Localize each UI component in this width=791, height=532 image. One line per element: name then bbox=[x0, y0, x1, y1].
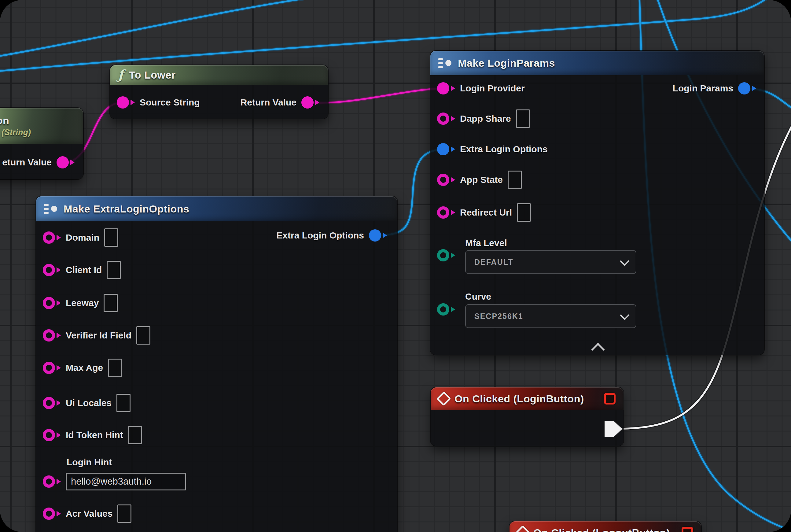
node-title: Make LoginParams bbox=[458, 57, 555, 69]
verifier-id-field-field[interactable] bbox=[136, 326, 150, 345]
extra-login-options-in-pin[interactable] bbox=[437, 143, 455, 155]
login-hint-input[interactable]: hello@web3auth.io bbox=[66, 473, 186, 490]
source-string-label: Source String bbox=[140, 97, 200, 108]
redirect-url-field[interactable] bbox=[517, 203, 531, 222]
extra-login-options-out-label: Extra Login Options bbox=[276, 230, 364, 241]
node-title: To Lower bbox=[129, 69, 176, 81]
id-token-hint-label: Id Token Hint bbox=[66, 430, 123, 440]
login-params-out-label: Login Params bbox=[673, 83, 733, 94]
id-token-hint-field[interactable] bbox=[128, 426, 142, 444]
app-state-field[interactable] bbox=[508, 171, 522, 189]
ui-locales-label: Ui Locales bbox=[66, 398, 112, 408]
exec-output-pin[interactable] bbox=[604, 421, 622, 437]
curve-value: SECP256K1 bbox=[474, 312, 523, 321]
curve-dropdown[interactable]: SECP256K1 bbox=[465, 304, 636, 328]
make-struct-icon bbox=[438, 57, 452, 69]
redirect-url-label: Redirect Url bbox=[460, 207, 512, 218]
return-value-label: eturn Value bbox=[2, 157, 52, 168]
app-state-label: App State bbox=[460, 175, 503, 185]
function-icon: ƒ bbox=[118, 69, 123, 81]
login-hint-pin[interactable] bbox=[43, 475, 61, 488]
mfa-level-value: DEFAULT bbox=[474, 258, 513, 267]
verifier-id-field-pin[interactable] bbox=[43, 329, 61, 342]
return-value-label: Return Value bbox=[240, 97, 296, 108]
node-title: On Clicked (LoginButton) bbox=[455, 393, 584, 405]
node-title: On Clicked (LogoutButton) bbox=[533, 527, 670, 532]
app-state-pin[interactable] bbox=[437, 174, 455, 186]
leeway-label: Leeway bbox=[66, 298, 99, 308]
redirect-url-pin[interactable] bbox=[437, 206, 455, 218]
id-token-hint-pin[interactable] bbox=[43, 429, 61, 441]
acr-values-label: Acr Values bbox=[66, 509, 113, 519]
node-on-clicked-login-button[interactable]: On Clicked (LoginButton) bbox=[431, 387, 623, 446]
leeway-field[interactable] bbox=[103, 294, 118, 312]
wire-pink-tolower-to-loginprovider[interactable] bbox=[310, 88, 446, 103]
max-age-pin[interactable] bbox=[43, 362, 61, 374]
login-params-out-pin[interactable] bbox=[738, 82, 756, 94]
node-title-fragment: tion bbox=[0, 115, 9, 127]
client-id-label: Client Id bbox=[66, 265, 102, 275]
mfa-level-label: Mfa Level bbox=[465, 238, 507, 248]
mfa-level-dropdown[interactable]: DEFAULT bbox=[465, 250, 636, 274]
node-partial-function[interactable]: tion ox (String) eturn Value bbox=[0, 108, 83, 179]
extra-login-options-in-label: Extra Login Options bbox=[460, 144, 548, 154]
login-provider-pin[interactable] bbox=[437, 82, 455, 94]
node-make-login-header[interactable]: Make LoginParams bbox=[430, 51, 764, 75]
acr-values-field[interactable] bbox=[117, 505, 131, 523]
delegate-output-pin[interactable] bbox=[681, 527, 693, 532]
verifier-id-field-label: Verifier Id Field bbox=[66, 330, 131, 341]
node-subtitle-fragment: ox (String) bbox=[0, 128, 31, 137]
node-to-lower-header[interactable]: ƒ To Lower bbox=[110, 65, 328, 85]
return-value-pin[interactable] bbox=[301, 96, 320, 109]
domain-field[interactable] bbox=[104, 228, 118, 247]
extra-login-options-out-pin[interactable] bbox=[369, 229, 387, 242]
ui-locales-pin[interactable] bbox=[43, 397, 61, 409]
acr-values-pin[interactable] bbox=[43, 508, 61, 520]
node-title: Make ExtraLoginOptions bbox=[63, 203, 190, 215]
dapp-share-pin[interactable] bbox=[437, 113, 455, 125]
login-hint-label: Login Hint bbox=[66, 457, 112, 468]
curve-label: Curve bbox=[465, 291, 491, 302]
domain-pin[interactable] bbox=[43, 231, 61, 244]
client-id-pin[interactable] bbox=[43, 264, 61, 276]
return-value-pin[interactable] bbox=[57, 156, 75, 169]
node-on-clicked-logout-button[interactable]: On Clicked (LogoutButton) bbox=[509, 521, 701, 532]
ui-locales-field[interactable] bbox=[116, 394, 131, 412]
event-diamond-icon bbox=[437, 391, 451, 406]
node-make-extra-header[interactable]: Make ExtraLoginOptions bbox=[36, 196, 397, 221]
source-string-pin[interactable] bbox=[117, 96, 135, 109]
domain-label: Domain bbox=[66, 232, 99, 243]
curve-pin[interactable] bbox=[437, 303, 455, 316]
node-make-extra-login-options[interactable]: Make ExtraLoginOptions Extra Login Optio… bbox=[36, 196, 397, 532]
wire-blue-top-steep[interactable] bbox=[0, 0, 322, 57]
max-age-field[interactable] bbox=[108, 359, 122, 377]
chevron-down-icon bbox=[620, 256, 629, 266]
dapp-share-label: Dapp Share bbox=[460, 113, 511, 124]
login-provider-label: Login Provider bbox=[460, 83, 525, 94]
max-age-label: Max Age bbox=[66, 363, 103, 373]
node-partial-function-header[interactable]: tion ox (String) bbox=[0, 108, 83, 144]
mfa-level-pin[interactable] bbox=[437, 249, 455, 261]
delegate-output-pin[interactable] bbox=[604, 393, 616, 404]
event-diamond-icon bbox=[515, 525, 530, 532]
chevron-down-icon bbox=[620, 311, 629, 320]
make-struct-icon bbox=[44, 203, 58, 215]
client-id-field[interactable] bbox=[107, 261, 121, 279]
node-on-clicked-logout-header[interactable]: On Clicked (LogoutButton) bbox=[509, 521, 701, 532]
blueprint-graph-canvas[interactable]: tion ox (String) eturn Value ƒ To Lower … bbox=[0, 0, 791, 532]
node-on-clicked-login-header[interactable]: On Clicked (LoginButton) bbox=[431, 387, 623, 410]
collapse-advanced-pins-chevron[interactable] bbox=[592, 343, 605, 357]
node-make-login-params[interactable]: Make LoginParams Login Params Login Prov… bbox=[430, 51, 764, 355]
leeway-pin[interactable] bbox=[43, 297, 61, 309]
dapp-share-field[interactable] bbox=[516, 110, 530, 128]
node-to-lower[interactable]: ƒ To Lower Source String Return Value bbox=[110, 65, 328, 119]
